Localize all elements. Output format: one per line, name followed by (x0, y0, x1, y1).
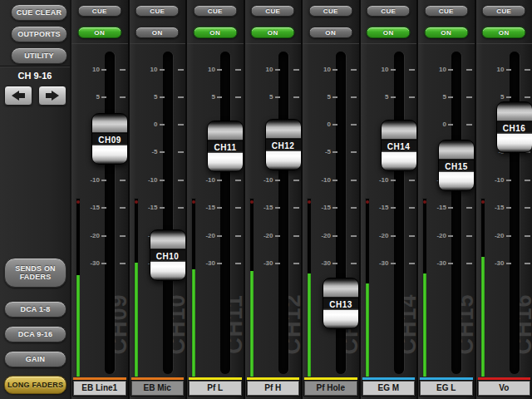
channel-strip-ch16: CH16 CUE ON 1050-5-10-15-20-30 CH16 Vo (476, 0, 532, 399)
clip-led-icon (481, 200, 485, 204)
scale-tick (506, 207, 511, 209)
cue-button[interactable]: CUE (482, 5, 526, 17)
channel-name-label[interactable]: Pf H (247, 381, 300, 396)
scale-tick (351, 151, 357, 153)
channel-name-label[interactable]: EG L (420, 381, 473, 396)
meter-fill (308, 273, 311, 377)
on-button[interactable]: ON (251, 27, 295, 38)
fader-cap[interactable]: CH09 (91, 113, 128, 165)
channel-name-label[interactable]: Vo (478, 381, 531, 396)
cue-button[interactable]: CUE (251, 5, 295, 17)
scale-number: 10 (371, 66, 389, 74)
channel-color-bar (247, 377, 300, 380)
scale-tick (101, 235, 106, 237)
outports-button[interactable]: OUTPORTS (11, 26, 67, 42)
utility-button[interactable]: UTILITY (11, 47, 67, 64)
cue-button[interactable]: CUE (367, 5, 411, 17)
scale-tick (351, 235, 357, 237)
channel-name-label[interactable]: EB Line1 (73, 381, 126, 396)
cue-button[interactable]: CUE (77, 5, 121, 17)
cue-button[interactable]: CUE (424, 5, 468, 17)
sends-on-faders-button[interactable]: SENDS ON FADERS (4, 258, 66, 288)
scale-number: 10 (428, 66, 446, 74)
fader-cap[interactable]: CH14 (381, 120, 417, 171)
channel-strip-ch14: CH14 CUE ON 1050-5-10-15-20-30 CH14 EG M (361, 0, 417, 399)
channel-name-label[interactable]: EG M (362, 381, 416, 396)
cue-clear-button[interactable]: CUE CLEAR (11, 4, 67, 21)
scale-number: 10 (255, 66, 273, 74)
fader-cap[interactable]: CH13 (323, 278, 359, 329)
fader-slot (451, 52, 461, 374)
meter-fill (481, 257, 485, 377)
fader-cap-label: CH12 (266, 139, 301, 151)
fader-cap[interactable]: CH15 (438, 140, 475, 191)
scale-tick (506, 235, 511, 237)
dca-1-8-button[interactable]: DCA 1-8 (4, 301, 66, 318)
scale-number: 5 (197, 93, 215, 101)
scale-tick (332, 96, 337, 98)
strip-divider (361, 43, 417, 44)
scale-tick (332, 151, 337, 153)
meter-fill (192, 269, 195, 377)
clip-led-icon (250, 200, 254, 204)
scale-number: -30 (313, 259, 331, 268)
channel-strip-ch09: CH09 CUE ON 1050-5-10-15-20-30 CH09 EB L… (71, 0, 128, 399)
scale-tick (351, 96, 357, 98)
scale-tick (448, 124, 453, 126)
scale-tick (448, 235, 453, 237)
meter-fill (135, 263, 138, 377)
fader-cap[interactable]: CH10 (150, 229, 186, 281)
gain-button[interactable]: GAIN (4, 351, 66, 367)
scale-number: 10 (313, 66, 331, 74)
cue-button[interactable]: CUE (193, 5, 237, 17)
on-button[interactable]: ON (135, 27, 180, 38)
bank-next-button[interactable] (38, 86, 66, 106)
scale-tick (235, 180, 241, 181)
on-button[interactable]: ON (482, 27, 526, 38)
level-meter (76, 198, 81, 377)
on-button[interactable]: ON (308, 27, 352, 38)
scale-tick (101, 96, 106, 98)
scale-tick (466, 96, 472, 98)
channel-name-label[interactable]: EB Mic (131, 381, 185, 396)
fader-cap[interactable]: CH12 (265, 119, 302, 170)
scale-number: -20 (486, 232, 505, 240)
scale-tick (120, 263, 126, 264)
scale-number: 5 (81, 93, 100, 101)
scale-tick (525, 207, 530, 209)
fader-cap[interactable]: CH11 (207, 121, 244, 172)
scale-number: -10 (255, 176, 273, 185)
scale-number: 5 (486, 93, 505, 101)
channel-strip-ch15: CH15 CUE ON 1050-5-10-15-20-30 CH15 EG L (418, 0, 475, 399)
on-button[interactable]: ON (424, 27, 468, 38)
channel-name-label[interactable]: Pf L (189, 381, 242, 396)
level-meter (365, 198, 370, 377)
cue-button[interactable]: CUE (308, 5, 352, 17)
scale-tick (506, 180, 511, 181)
fader-cap[interactable]: CH16 (496, 101, 532, 153)
dca-9-16-button[interactable]: DCA 9-16 (4, 326, 66, 342)
scale-tick (275, 207, 280, 209)
cue-button[interactable]: CUE (135, 5, 180, 17)
scale-number: -30 (371, 259, 389, 268)
scale-tick (466, 124, 472, 126)
scale-tick (178, 124, 184, 126)
scale-number: -15 (371, 204, 389, 212)
scale-tick (332, 207, 337, 209)
bank-prev-button[interactable] (4, 86, 32, 106)
on-button[interactable]: ON (367, 27, 411, 38)
long-faders-button[interactable]: LONG FADERS (4, 376, 66, 394)
scale-tick (101, 263, 106, 264)
scale-tick (160, 207, 165, 209)
scale-tick (466, 69, 472, 71)
scale-number: -30 (486, 259, 505, 268)
on-button[interactable]: ON (77, 27, 121, 38)
channel-name-label[interactable]: Pf Hole (304, 381, 357, 396)
scale-number: 10 (81, 66, 100, 74)
scale-tick (120, 207, 126, 209)
fader-slot (510, 52, 520, 374)
channel-color-bar (420, 377, 473, 380)
scale-tick (160, 96, 165, 98)
scale-number: -20 (81, 232, 100, 240)
on-button[interactable]: ON (193, 27, 237, 38)
